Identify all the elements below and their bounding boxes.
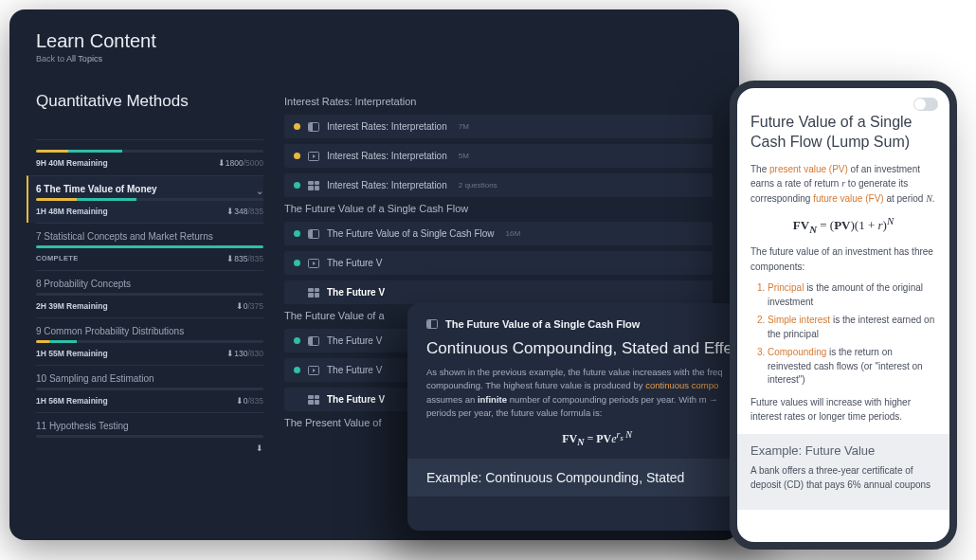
section-title: Quantitative Methods xyxy=(36,92,263,111)
status-dot xyxy=(294,337,300,344)
chapter-item[interactable]: 8 Probability Concepts2H 39M Remaining⬇0… xyxy=(36,270,263,317)
phone-example-head: Example: Future Value xyxy=(750,443,936,458)
phone-example-body: A bank offers a three-year certificate o… xyxy=(750,463,936,493)
chapter-item[interactable]: 7 Statistical Concepts and Market Return… xyxy=(36,223,263,270)
list-item: Compounding is the return on reinvested … xyxy=(768,346,936,388)
lesson-row[interactable]: The Future Value of a Single Cash Flow16… xyxy=(284,222,713,245)
phone-title: Future Value of a Single Cash Flow (Lump… xyxy=(750,113,936,153)
sidebar: Quantitative Methods 9H 40M Remaining ⬇1… xyxy=(36,92,263,524)
lesson-meta: 7M xyxy=(459,122,469,131)
video-icon xyxy=(308,259,319,268)
status-dot xyxy=(294,153,300,159)
status-dot xyxy=(294,396,300,403)
read-icon xyxy=(308,122,319,132)
phone-formula: FVN = (PV)(1 + r)N xyxy=(750,215,936,235)
overlay-formula: FVN = PVers N xyxy=(426,429,768,447)
lesson-row[interactable]: Interest Rates: Interpretation2 question… xyxy=(284,173,713,197)
components-lead: The future value of an investment has th… xyxy=(750,244,936,274)
group-heading: Interest Rates: Interpretation xyxy=(284,96,713,107)
lesson-title: The Future V xyxy=(327,335,382,346)
lesson-row[interactable]: The Future V xyxy=(284,251,713,275)
lesson-title: Interest Rates: Interpretation xyxy=(327,180,447,190)
status-dot xyxy=(294,260,300,266)
lesson-title: The Future V xyxy=(327,394,385,405)
breadcrumb-link[interactable]: All Topics xyxy=(66,54,102,63)
lesson-title: The Future V xyxy=(327,287,385,298)
status-dot xyxy=(294,182,300,189)
phone-closing: Future values will increase with higher … xyxy=(750,395,936,425)
phone-example-box: Example: Future Value A bank offers a th… xyxy=(737,434,949,510)
lesson-title: The Future Value of a Single Cash Flow xyxy=(327,228,495,239)
lesson-title: The Future V xyxy=(327,258,382,268)
quiz-icon xyxy=(308,395,319,405)
chapter-item[interactable]: 11 Hypothesis Testing⬇ xyxy=(36,412,263,460)
list-item: Simple interest is the interest earned o… xyxy=(768,314,936,341)
group-heading: The Future Value of a Single Cash Flow xyxy=(284,203,713,214)
lesson-title: Interest Rates: Interpretation xyxy=(327,121,447,132)
section-progress: 9H 40M Remaining ⬇1800/5000 xyxy=(36,139,263,175)
lesson-title: The Future V xyxy=(327,365,382,375)
breadcrumb: Back to All Topics xyxy=(36,54,713,63)
status-dot xyxy=(294,123,300,130)
quiz-icon xyxy=(308,288,319,298)
lesson-title: Interest Rates: Interpretation xyxy=(327,151,447,161)
status-dot xyxy=(294,289,300,296)
overlay-paragraph: As shown in the previous example, the fu… xyxy=(426,366,768,420)
video-icon xyxy=(308,366,319,375)
phone-intro: The present value (PV) of an investment … xyxy=(750,162,936,207)
lesson-row[interactable]: The Future V xyxy=(284,280,713,304)
dark-mode-toggle[interactable] xyxy=(913,98,938,111)
chapter-item[interactable]: 10 Sampling and Estimation1H 56M Remaini… xyxy=(36,365,263,412)
status-dot xyxy=(294,367,300,373)
video-icon xyxy=(308,152,319,161)
chapter-item[interactable]: 6 The Time Value of Money⌄1H 48M Remaini… xyxy=(27,175,263,223)
breadcrumb-prefix: Back to xyxy=(36,54,66,63)
section-remaining: 9H 40M Remaining xyxy=(36,158,108,168)
read-icon xyxy=(426,319,438,329)
chapter-item[interactable]: 9 Common Probability Distributions1H 55M… xyxy=(36,317,263,365)
lesson-meta: 2 questions xyxy=(459,181,497,190)
chevron-down-icon: ⌄ xyxy=(256,186,263,196)
lesson-meta: 16M xyxy=(506,229,521,238)
quiz-icon xyxy=(308,181,319,190)
lesson-row[interactable]: Interest Rates: Interpretation5M xyxy=(284,144,713,168)
lesson-meta: 5M xyxy=(459,152,469,160)
overlay-crumb: The Future Value of a Single Cash Flow xyxy=(445,318,640,330)
status-dot xyxy=(294,230,300,237)
read-icon xyxy=(308,229,319,239)
list-item: Principal is the amount of the original … xyxy=(768,281,936,309)
overlay-heading: Continuous Compounding, Stated and Effe xyxy=(426,339,768,358)
lesson-row[interactable]: Interest Rates: Interpretation7M xyxy=(284,115,713,138)
page-title: Learn Content xyxy=(36,30,713,52)
read-icon xyxy=(308,336,319,346)
phone-frame: Future Value of a Single Cash Flow (Lump… xyxy=(730,81,957,550)
components-list: Principal is the amount of the original … xyxy=(768,281,936,388)
